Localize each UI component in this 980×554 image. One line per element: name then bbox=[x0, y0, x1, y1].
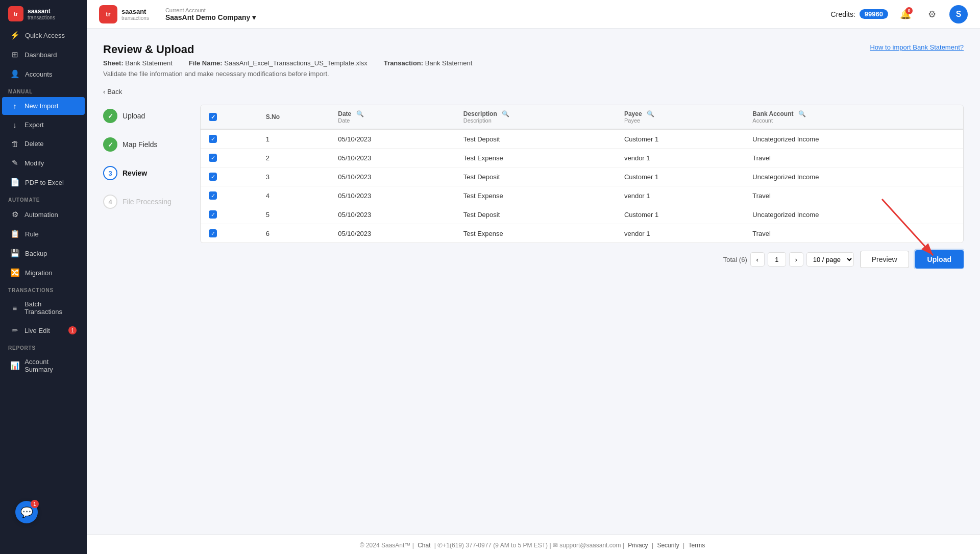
cell-description: Test Deposit bbox=[457, 167, 618, 186]
step-map-fields: ✓ Map Fields bbox=[103, 137, 200, 152]
user-avatar[interactable]: S bbox=[949, 5, 968, 23]
step-file-processing-circle: 4 bbox=[103, 195, 117, 209]
dropdown-chevron-icon: ▾ bbox=[252, 13, 256, 21]
row-checkbox[interactable]: ✓ bbox=[209, 135, 217, 143]
sidebar-item-automation[interactable]: ⚙ Automation bbox=[2, 205, 85, 224]
per-page-select[interactable]: 10 / page 20 / page 50 / page bbox=[806, 252, 854, 267]
search-icon[interactable]: 🔍 bbox=[647, 110, 654, 117]
select-all-checkbox[interactable]: ✓ bbox=[209, 113, 217, 121]
sidebar-item-batch-transactions[interactable]: ≡ Batch Transactions bbox=[2, 296, 85, 320]
sidebar-item-account-summary[interactable]: 📊 Account Summary bbox=[2, 353, 85, 378]
delete-icon: 🗑 bbox=[10, 139, 19, 148]
step-review-label: Review bbox=[122, 169, 147, 177]
chat-bubble[interactable]: 💬 1 bbox=[15, 501, 38, 523]
sidebar-item-live-edit[interactable]: ✏ Live Edit 1 bbox=[2, 321, 85, 340]
sidebar-item-label: New Import bbox=[24, 102, 58, 110]
current-page-input[interactable] bbox=[768, 252, 786, 267]
th-bank-account: Bank Account 🔍 Account bbox=[746, 105, 963, 129]
sidebar-item-label: Delete bbox=[24, 140, 44, 148]
sidebar-item-label: Automation bbox=[24, 211, 58, 219]
transaction-info: Transaction: Bank Statement bbox=[384, 59, 472, 67]
cell-payee: Customer 1 bbox=[618, 167, 746, 186]
sidebar-item-migration[interactable]: 🔀 Migration bbox=[2, 263, 85, 282]
pdf-icon: 📄 bbox=[10, 178, 20, 187]
sidebar-logo: tr saasant transactions bbox=[0, 0, 87, 26]
back-button[interactable]: ‹ Back bbox=[103, 88, 964, 95]
page-meta: Sheet: Bank Statement File Name: SaasAnt… bbox=[103, 59, 472, 67]
company-name-dropdown[interactable]: SaasAnt Demo Company ▾ bbox=[165, 13, 256, 21]
footer-security-link[interactable]: Security bbox=[657, 542, 679, 549]
footer-terms-link[interactable]: Terms bbox=[689, 542, 705, 549]
th-description: Description 🔍 Description bbox=[457, 105, 618, 129]
manual-section-label: MANUAL bbox=[0, 84, 87, 97]
cell-sno: 2 bbox=[260, 149, 332, 167]
sidebar-item-new-import[interactable]: ↑ New Import bbox=[2, 97, 85, 115]
settings-gear-button[interactable]: ⚙ bbox=[923, 5, 941, 23]
upload-button[interactable]: Upload bbox=[915, 250, 964, 269]
live-edit-icon: ✏ bbox=[10, 326, 19, 335]
help-link[interactable]: How to import Bank Statement? bbox=[870, 43, 964, 51]
sidebar-logo-icon: tr bbox=[8, 6, 23, 21]
sidebar-item-label: PDF to Excel bbox=[25, 179, 64, 186]
cell-bank-account: Travel bbox=[746, 186, 963, 205]
modify-icon: ✎ bbox=[10, 158, 19, 167]
sidebar-item-label: Modify bbox=[24, 159, 44, 167]
th-select-all: ✓ bbox=[201, 105, 260, 129]
notification-bell[interactable]: 🔔 0 bbox=[896, 5, 915, 23]
cell-bank-account: Uncategorized Income bbox=[746, 205, 963, 224]
prev-page-button[interactable]: ‹ bbox=[750, 252, 765, 267]
row-checkbox[interactable]: ✓ bbox=[209, 154, 217, 162]
sidebar-item-backup[interactable]: 💾 Backup bbox=[2, 244, 85, 262]
search-icon[interactable]: 🔍 bbox=[502, 110, 509, 117]
cell-payee: Customer 1 bbox=[618, 205, 746, 224]
row-checkbox[interactable]: ✓ bbox=[209, 229, 217, 237]
quick-access-icon: ⚡ bbox=[10, 31, 20, 40]
steps-and-table: ✓ Upload ✓ Map Fields 3 Review 4 File Pr… bbox=[103, 105, 964, 269]
sidebar-item-pdf-to-excel[interactable]: 📄 PDF to Excel bbox=[2, 173, 85, 191]
sidebar-item-rule[interactable]: 📋 Rule bbox=[2, 225, 85, 243]
new-import-icon: ↑ bbox=[10, 102, 19, 110]
row-checkbox[interactable]: ✓ bbox=[209, 191, 217, 200]
topbar-logo-box: tr bbox=[99, 5, 117, 23]
preview-button[interactable]: Preview bbox=[860, 251, 909, 268]
accounts-icon: 👤 bbox=[10, 69, 20, 79]
step-review: 3 Review bbox=[103, 166, 200, 180]
credits-badge: 99960 bbox=[860, 9, 888, 19]
sidebar: tr saasant transactions ⚡ Quick Access ⊞… bbox=[0, 0, 87, 554]
cell-date: 05/10/2023 bbox=[332, 205, 457, 224]
sidebar-item-label: Account Summary bbox=[24, 358, 77, 373]
row-checkbox[interactable]: ✓ bbox=[209, 173, 217, 181]
account-summary-icon: 📊 bbox=[10, 361, 19, 370]
footer-chat-link[interactable]: Chat bbox=[418, 542, 430, 549]
cell-description: Test Deposit bbox=[457, 129, 618, 149]
sheet-info: Sheet: Bank Statement bbox=[103, 59, 173, 67]
next-page-button[interactable]: › bbox=[789, 252, 803, 267]
cell-description: Test Expense bbox=[457, 186, 618, 205]
sidebar-item-quick-access[interactable]: ⚡ Quick Access bbox=[2, 26, 85, 44]
footer: © 2024 SaasAnt™ | Chat | ✆+1(619) 377-09… bbox=[87, 534, 980, 554]
automation-icon: ⚙ bbox=[10, 210, 19, 219]
credits-area: Credits: 99960 bbox=[831, 9, 888, 19]
sidebar-item-accounts[interactable]: 👤 Accounts bbox=[2, 65, 85, 83]
table-row: ✓ 1 05/10/2023 Test Deposit Customer 1 U… bbox=[201, 129, 963, 149]
sidebar-item-modify[interactable]: ✎ Modify bbox=[2, 154, 85, 172]
back-arrow-icon: ‹ bbox=[103, 88, 105, 95]
footer-privacy-link[interactable]: Privacy bbox=[628, 542, 648, 549]
row-checkbox[interactable]: ✓ bbox=[209, 210, 217, 219]
search-icon[interactable]: 🔍 bbox=[798, 110, 806, 117]
sidebar-item-delete[interactable]: 🗑 Delete bbox=[2, 135, 85, 153]
cell-date: 05/10/2023 bbox=[332, 149, 457, 167]
sidebar-item-label: Rule bbox=[25, 230, 39, 238]
data-table-wrap: ✓ S.No Date 🔍 Date Description 🔍 bbox=[200, 105, 964, 243]
notif-dot: 0 bbox=[905, 7, 913, 14]
app-root: tr saasant transactions ⚡ Quick Access ⊞… bbox=[0, 0, 980, 554]
batch-icon: ≡ bbox=[10, 304, 19, 312]
sidebar-item-dashboard[interactable]: ⊞ Dashboard bbox=[2, 45, 85, 64]
search-icon[interactable]: 🔍 bbox=[356, 110, 364, 117]
sidebar-item-export[interactable]: ↓ Export bbox=[2, 116, 85, 134]
sidebar-item-label: Dashboard bbox=[24, 51, 57, 59]
step-upload-circle: ✓ bbox=[103, 109, 117, 123]
topbar-logo-text: saasant transactions bbox=[121, 8, 149, 21]
pagination: Total (6) ‹ › 10 / page 20 / page 50 / p… bbox=[723, 252, 854, 267]
cell-sno: 4 bbox=[260, 186, 332, 205]
